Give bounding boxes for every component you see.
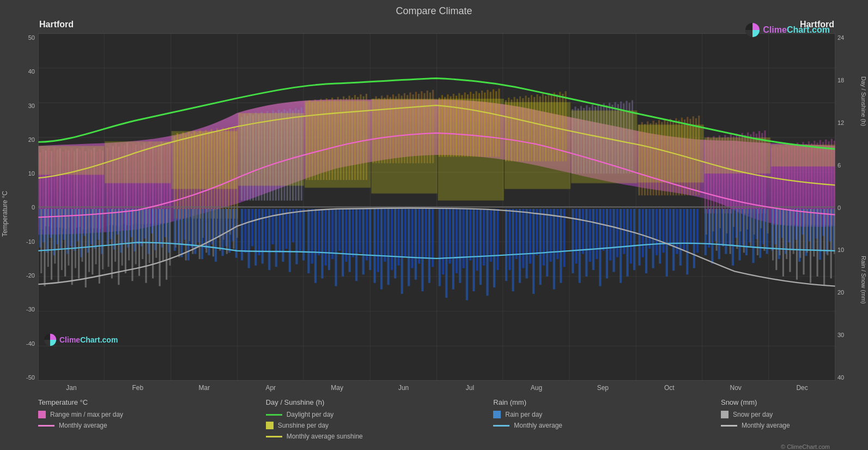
svg-rect-580 [719,209,721,228]
svg-rect-565 [202,209,204,238]
svg-rect-529 [75,209,76,268]
legend-line-temp-avg [38,425,54,427]
svg-rect-473 [672,209,675,271]
svg-rect-419 [476,209,478,271]
svg-rect-612 [830,209,832,278]
svg-rect-476 [683,209,685,251]
svg-rect-623 [571,111,637,183]
svg-rect-362 [275,209,277,267]
svg-rect-585 [736,209,738,249]
svg-rect-375 [321,209,323,278]
legend-item-rain: Rain per day [493,411,602,418]
page-title: Compare Climate [0,0,868,20]
svg-rect-540 [114,209,116,262]
svg-rect-475 [679,209,682,266]
svg-rect-453 [603,209,605,251]
svg-rect-448 [585,209,587,277]
svg-rect-615 [38,146,104,175]
logo-icon-bottom [44,333,57,346]
svg-rect-596 [775,209,777,270]
svg-rect-568 [213,209,214,256]
svg-rect-361 [271,209,274,244]
svg-rect-396 [394,209,396,278]
x-label-may: May [304,384,371,392]
svg-rect-432 [526,209,528,278]
y-left-30: 30 [28,103,35,109]
svg-rect-533 [88,209,90,272]
svg-rect-480 [696,209,699,253]
svg-rect-366 [289,209,291,272]
y-right-30: 30 [837,332,844,338]
svg-rect-409 [442,209,444,274]
svg-rect-526 [64,209,66,277]
svg-rect-470 [662,209,664,253]
svg-rect-381 [342,209,344,277]
svg-rect-426 [505,209,507,281]
logo-bottom-left: ClimeChart.com [44,333,118,346]
svg-rect-519 [40,209,42,273]
x-label-jan: Jan [38,384,105,392]
logo-text-bottom: ClimeChart.com [59,335,118,344]
legend-area: Temperature °C Range min / max per day M… [0,392,868,440]
x-axis-labels: Jan Feb Mar Apr May Jun Jul Aug Sep Oct … [38,384,835,392]
svg-rect-424 [493,209,495,287]
svg-rect-408 [439,209,441,286]
svg-rect-450 [592,209,594,270]
svg-rect-410 [445,209,447,298]
svg-rect-563 [195,209,197,246]
svg-rect-584 [733,209,735,227]
svg-rect-447 [582,209,584,254]
svg-rect-393 [384,209,386,262]
svg-rect-611 [827,209,828,255]
svg-rect-454 [606,209,608,278]
legend-swatch-sunshine [266,422,274,429]
svg-rect-605 [806,209,808,253]
logo-text-top: ClimeChart.com [763,25,830,35]
svg-rect-383 [349,209,351,272]
svg-rect-452 [599,209,601,286]
svg-rect-413 [456,209,458,273]
svg-rect-368 [295,209,298,264]
svg-rect-577 [709,209,711,244]
svg-rect-604 [803,209,804,274]
svg-rect-557 [175,209,177,248]
svg-rect-373 [314,209,317,283]
svg-rect-352 [241,209,243,260]
y-right-0: 0 [837,205,841,211]
svg-rect-442 [560,209,562,283]
svg-rect-535 [95,209,97,264]
svg-rect-412 [452,209,454,289]
svg-rect-465 [645,209,647,273]
svg-rect-478 [689,209,691,244]
svg-rect-586 [739,209,741,231]
x-label-feb: Feb [105,384,171,392]
svg-rect-582 [726,209,727,233]
svg-rect-372 [311,209,313,263]
svg-rect-583 [730,209,731,254]
legend-label-rain-avg: Monthly average [514,422,562,429]
legend-label-snow: Snow per day [733,411,773,418]
svg-rect-356 [254,209,257,266]
y-right-10: 10 [837,247,844,253]
svg-rect-538 [107,209,109,267]
legend-label-sunshine: Sunshine per day [278,422,329,429]
svg-rect-561 [189,209,190,241]
svg-rect-610 [823,209,825,285]
svg-rect-394 [387,209,390,285]
main-row: Temperature °C 50 40 30 20 10 0 -10 -20 … [0,20,868,392]
svg-rect-539 [111,209,113,278]
svg-rect-421 [483,209,485,266]
svg-rect-556 [169,209,171,266]
svg-rect-395 [391,209,393,270]
legend-group-temperature: Temperature °C Range min / max per day M… [38,398,147,440]
svg-rect-550 [149,209,150,263]
y-left-10: 10 [28,171,35,177]
y-left--50: -50 [26,375,35,381]
svg-rect-554 [162,209,164,262]
svg-rect-402 [415,209,417,280]
svg-rect-469 [659,209,661,263]
svg-rect-545 [131,209,133,281]
legend-item-snow: Snow per day [721,411,830,418]
svg-rect-562 [192,209,193,254]
y-left-0: 0 [32,205,35,211]
